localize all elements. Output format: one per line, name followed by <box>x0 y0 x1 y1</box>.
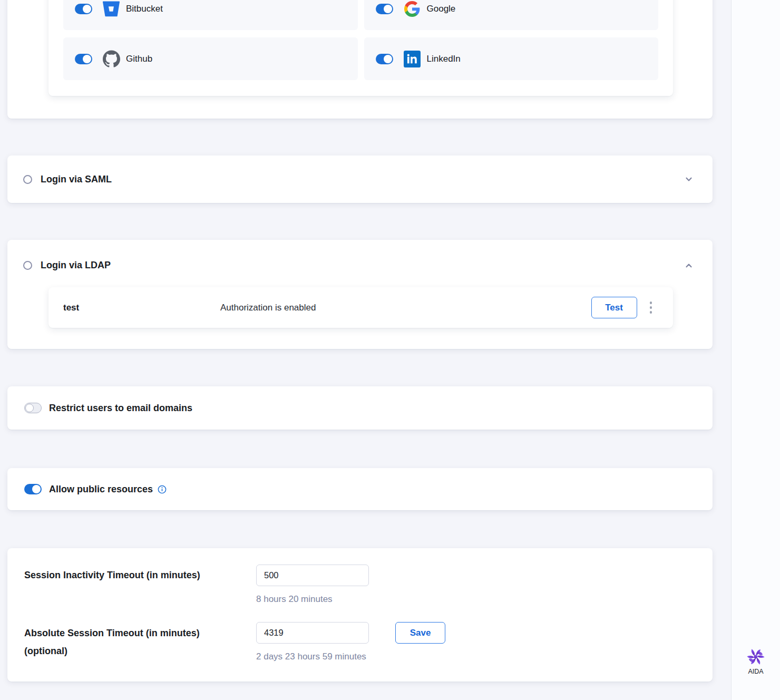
ldap-entry-name: test <box>63 303 220 313</box>
ldap-card: Login via LDAP test Authorization is ena… <box>7 240 713 349</box>
allow-public-resources-label: Allow public resources <box>49 484 153 495</box>
oauth-providers-card: Bitbucket Google <box>7 0 713 119</box>
provider-grid: Bitbucket Google <box>48 0 673 95</box>
aida-label: AIDA <box>748 668 763 675</box>
toggle-knob <box>83 5 91 13</box>
restrict-email-domains-label: Restrict users to email domains <box>49 403 192 414</box>
restrict-email-domains-card: Restrict users to email domains <box>7 386 713 430</box>
absolute-timeout-row: Absolute Session Timeout (in minutes) (o… <box>7 622 713 662</box>
toggle-knob <box>384 5 392 13</box>
google-toggle[interactable] <box>376 4 393 14</box>
kebab-menu-icon[interactable] <box>648 299 655 316</box>
provider-label: Github <box>126 54 152 64</box>
inactivity-timeout-input[interactable] <box>256 565 369 586</box>
provider-tile-github: Github <box>63 37 358 80</box>
ldap-radio[interactable] <box>23 261 32 270</box>
github-icon <box>102 50 121 69</box>
info-icon[interactable] <box>158 485 167 494</box>
session-settings-card: Session Inactivity Timeout (in minutes) … <box>7 548 713 682</box>
absolute-timeout-helper: 2 days 23 hours 59 minutes <box>256 652 445 662</box>
absolute-timeout-input[interactable] <box>256 622 369 644</box>
toggle-knob <box>83 55 91 63</box>
toggle-knob <box>25 404 34 412</box>
save-button[interactable]: Save <box>395 622 445 644</box>
security-settings-page: Bitbucket Google <box>0 0 780 700</box>
ldap-header: Login via LDAP <box>7 240 713 271</box>
chevron-up-icon[interactable] <box>684 261 694 270</box>
google-icon <box>403 0 422 18</box>
provider-label: Bitbucket <box>126 4 163 14</box>
allow-public-resources-card: Allow public resources <box>7 468 713 510</box>
github-toggle[interactable] <box>75 54 92 64</box>
saml-card: Login via SAML <box>7 155 713 203</box>
inactivity-timeout-row: Session Inactivity Timeout (in minutes) … <box>7 565 713 605</box>
right-rail: AIDA <box>731 0 780 700</box>
saml-label: Login via SAML <box>41 174 112 185</box>
provider-label: LinkedIn <box>427 54 461 64</box>
test-button[interactable]: Test <box>591 297 637 318</box>
bitbucket-toggle[interactable] <box>75 4 92 14</box>
ldap-entry-status: Authorization is enabled <box>220 303 591 313</box>
ldap-label: Login via LDAP <box>41 260 111 271</box>
saml-radio[interactable] <box>23 175 32 184</box>
inactivity-timeout-field: 8 hours 20 minutes <box>256 565 369 605</box>
provider-tile-google: Google <box>364 0 659 30</box>
allow-public-resources-toggle[interactable] <box>24 484 42 494</box>
oauth-providers-panel: Bitbucket Google <box>48 0 673 96</box>
chevron-down-icon[interactable] <box>684 174 694 184</box>
provider-tile-bitbucket: Bitbucket <box>63 0 358 30</box>
aida-branding[interactable]: AIDA <box>732 647 780 675</box>
inactivity-timeout-helper: 8 hours 20 minutes <box>256 594 369 605</box>
provider-tile-linkedin: LinkedIn <box>364 37 659 80</box>
absolute-timeout-field: Save 2 days 23 hours 59 minutes <box>256 622 445 662</box>
inactivity-timeout-label: Session Inactivity Timeout (in minutes) <box>24 565 256 586</box>
linkedin-toggle[interactable] <box>376 54 393 64</box>
absolute-timeout-label: Absolute Session Timeout (in minutes) (o… <box>24 622 256 660</box>
toggle-knob <box>32 485 41 493</box>
bitbucket-icon <box>102 0 121 18</box>
provider-label: Google <box>427 4 456 14</box>
ldap-entry-row: test Authorization is enabled Test <box>48 287 673 328</box>
linkedin-icon <box>403 50 422 69</box>
restrict-email-domains-toggle[interactable] <box>24 403 42 413</box>
absolute-timeout-label-line1: Absolute Session Timeout (in minutes) <box>24 624 256 642</box>
aida-logo-icon <box>746 647 765 666</box>
toggle-knob <box>384 55 392 63</box>
absolute-timeout-label-line2: (optional) <box>24 642 256 660</box>
